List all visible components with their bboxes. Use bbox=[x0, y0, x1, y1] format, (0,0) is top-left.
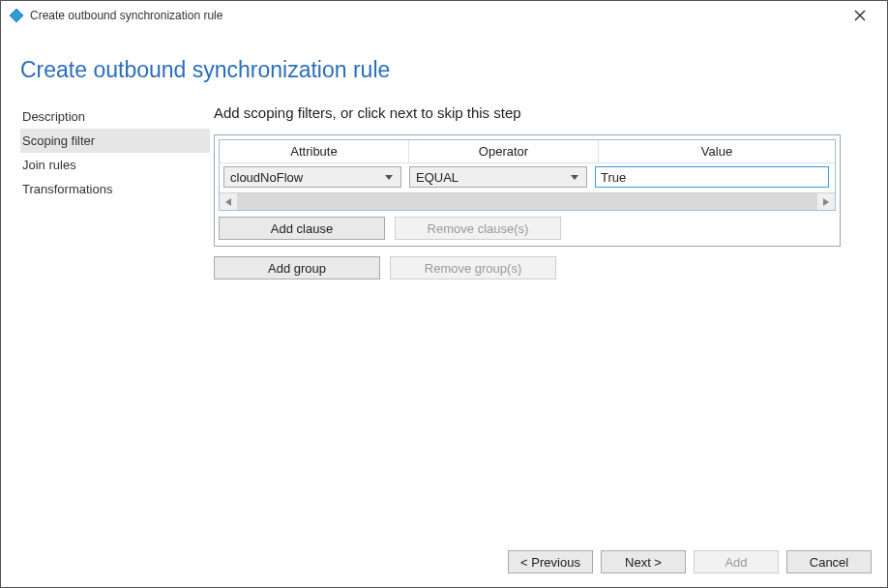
sidebar-item-description[interactable]: Description bbox=[20, 104, 210, 129]
operator-dropdown[interactable]: EQUAL bbox=[409, 166, 587, 188]
close-button[interactable] bbox=[841, 2, 879, 29]
content-area: Add scoping filters, or click next to sk… bbox=[210, 104, 868, 531]
col-value: Value bbox=[599, 140, 835, 162]
svg-marker-6 bbox=[823, 198, 829, 206]
instruction-text: Add scoping filters, or click next to sk… bbox=[214, 104, 868, 121]
table-header: Attribute Operator Value bbox=[220, 140, 835, 162]
table-row: cloudNoFlow EQUAL bbox=[220, 162, 835, 192]
col-attribute: Attribute bbox=[220, 140, 409, 162]
app-icon bbox=[9, 8, 24, 23]
page-title: Create outbound synchronization rule bbox=[20, 57, 868, 83]
sidebar-item-scoping-filter[interactable]: Scoping filter bbox=[20, 129, 210, 153]
svg-marker-5 bbox=[225, 198, 231, 206]
footer: < Previous Next > Add Cancel bbox=[1, 541, 887, 587]
add-clause-button[interactable]: Add clause bbox=[219, 217, 385, 240]
add-group-button[interactable]: Add group bbox=[214, 256, 380, 279]
add-button[interactable]: Add bbox=[694, 550, 779, 573]
svg-marker-4 bbox=[571, 175, 578, 180]
main-split: Description Scoping filter Join rules Tr… bbox=[20, 104, 868, 531]
previous-button[interactable]: < Previous bbox=[508, 550, 593, 573]
body: Create outbound synchronization rule Des… bbox=[1, 30, 887, 541]
group-button-row: Add group Remove group(s) bbox=[214, 256, 868, 279]
sidebar: Description Scoping filter Join rules Tr… bbox=[20, 104, 210, 531]
next-button[interactable]: Next > bbox=[601, 550, 686, 573]
remove-group-button[interactable]: Remove group(s) bbox=[390, 256, 556, 279]
value-input[interactable] bbox=[595, 166, 829, 188]
chevron-down-icon bbox=[381, 172, 397, 183]
sidebar-item-join-rules[interactable]: Join rules bbox=[20, 153, 210, 177]
scroll-left-arrow[interactable] bbox=[220, 193, 237, 210]
attribute-selected: cloudNoFlow bbox=[230, 170, 303, 185]
col-operator: Operator bbox=[409, 140, 599, 162]
sidebar-item-transformations[interactable]: Transformations bbox=[20, 177, 210, 201]
filter-group-panel: Attribute Operator Value cloudNoFlow bbox=[214, 134, 841, 247]
remove-clause-button[interactable]: Remove clause(s) bbox=[395, 217, 561, 240]
scroll-right-arrow[interactable] bbox=[817, 193, 835, 210]
titlebar: Create outbound synchronization rule bbox=[1, 1, 887, 30]
svg-marker-0 bbox=[10, 9, 23, 22]
clause-button-row: Add clause Remove clause(s) bbox=[215, 211, 840, 246]
window-title: Create outbound synchronization rule bbox=[30, 9, 841, 22]
horizontal-scrollbar[interactable] bbox=[220, 192, 835, 210]
operator-selected: EQUAL bbox=[416, 170, 459, 185]
svg-marker-3 bbox=[385, 175, 393, 180]
dialog-window: Create outbound synchronization rule Cre… bbox=[0, 0, 888, 588]
chevron-down-icon bbox=[567, 172, 582, 183]
cancel-button[interactable]: Cancel bbox=[786, 550, 872, 573]
attribute-dropdown[interactable]: cloudNoFlow bbox=[223, 166, 401, 188]
scroll-track[interactable] bbox=[237, 193, 817, 210]
filter-table: Attribute Operator Value cloudNoFlow bbox=[219, 139, 836, 211]
